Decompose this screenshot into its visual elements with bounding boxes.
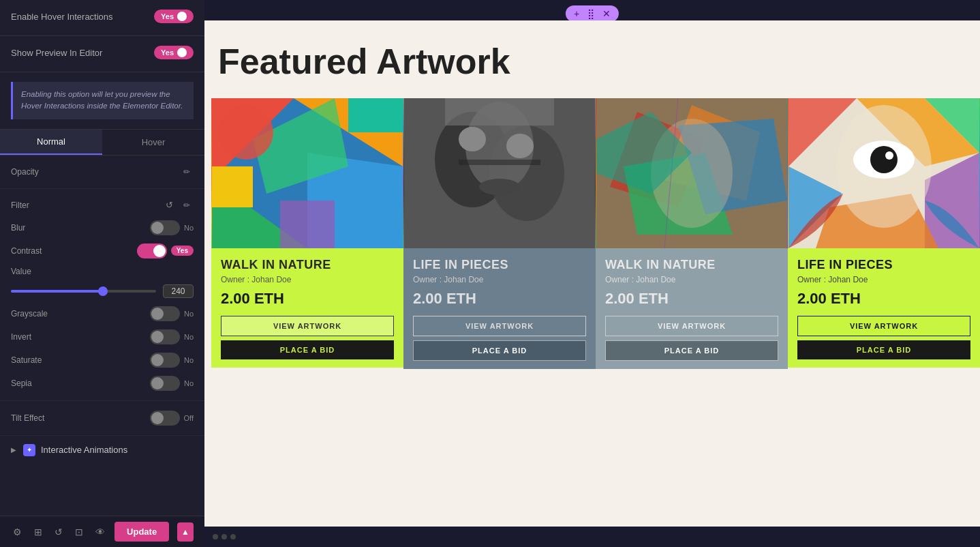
dot-3 [230,534,236,539]
card-price-1: 2.00 ETH [221,290,394,308]
dot-1 [213,534,218,539]
card-owner-3: Owner : Johan Doe [605,275,778,284]
tilt-toggle-container: Off [150,411,194,426]
place-bid-btn-3[interactable]: PLACE A BID [605,340,778,361]
svg-rect-18 [445,98,554,125]
card-image-4 [788,98,980,248]
saturate-row: Saturate No [11,349,194,372]
svg-point-15 [506,134,534,158]
artwork-card-3: WALK IN NATURE Owner : Johan Doe 2.00 ET… [596,98,788,369]
view-artwork-btn-2[interactable]: VIEW ARTWORK [413,316,586,336]
blur-toggle-container: No [150,220,194,235]
card-image-1 [211,98,403,248]
filter-edit-icon[interactable]: ✏ [180,198,194,212]
tab-normal[interactable]: Normal [0,130,102,155]
element-controls: + ⣿ ✕ [566,5,619,22]
contrast-toggle[interactable] [137,243,167,258]
move-element-btn[interactable]: ⣿ [586,8,596,19]
card-title-4: LIFE IN PIECES [797,258,970,272]
sepia-label: Sepia [11,379,32,388]
view-artwork-btn-3[interactable]: VIEW ARTWORK [605,316,778,336]
grayscale-row: Grayscale No [11,302,194,325]
card-body-2: LIFE IN PIECES Owner : Johan Doe 2.00 ET… [403,248,596,369]
contrast-row: Contrast Yes [11,239,194,263]
opacity-section: Opacity ✏ [0,156,204,189]
svg-point-8 [219,105,273,160]
cards-row: WALK IN NATURE Owner : Johan Doe 2.00 ET… [211,98,980,369]
view-artwork-btn-4[interactable]: VIEW ARTWORK [797,316,970,336]
tilt-row: Tilt Effect Off [11,406,194,430]
tilt-label: Tilt Effect [11,413,44,423]
card-art-1 [211,98,403,248]
invert-toggle[interactable] [150,329,180,344]
animations-section[interactable]: ▶ ✦ Interactive Animations [0,436,204,464]
hover-interactions-toggle[interactable]: Yes [154,10,194,23]
info-box: Enabling this option will let you previe… [11,82,194,119]
tab-hover[interactable]: Hover [102,130,204,155]
filter-label: Filter [11,201,29,210]
animations-label: Interactive Animations [41,445,127,455]
blur-value: No [184,224,194,232]
left-panel: Enable Hover Interactions Yes Show Previ… [0,0,204,547]
contrast-label: Contrast [11,246,42,256]
svg-point-36 [870,146,898,173]
place-bid-btn-4[interactable]: PLACE A BID [797,340,970,359]
sepia-row: Sepia No [11,372,194,395]
svg-rect-9 [280,201,335,248]
value-label: Value [11,267,31,276]
close-element-btn[interactable]: ✕ [601,8,612,19]
sepia-toggle-container: No [150,376,194,391]
animations-icon: ✦ [23,444,35,456]
tilt-section: Tilt Effect Off [0,401,204,436]
place-bid-btn-2[interactable]: PLACE A BID [413,340,586,361]
dot-2 [221,534,227,539]
settings-icon[interactable]: ⚙ [11,524,23,540]
hover-interactions-section: Enable Hover Interactions Yes [0,0,204,36]
slider-track[interactable] [11,290,156,293]
show-preview-toggle[interactable]: Yes [154,46,194,59]
history-icon[interactable]: ↺ [52,524,65,540]
show-preview-label: Show Preview In Editor [11,48,102,58]
saturate-toggle[interactable] [150,353,180,368]
grayscale-value: No [184,310,194,318]
blur-label: Blur [11,223,25,233]
card-owner-1: Owner : Johan Doe [221,275,394,284]
responsive-icon[interactable]: ⊡ [73,524,85,540]
contrast-value: Yes [171,246,194,256]
card-body-4: LIFE IN PIECES Owner : Johan Doe 2.00 ET… [788,248,980,368]
update-button[interactable]: Update [114,522,169,542]
view-artwork-btn-1[interactable]: VIEW ARTWORK [221,316,394,336]
layers-icon[interactable]: ⊞ [31,524,44,540]
add-element-btn[interactable]: + [572,8,581,19]
slider-value[interactable]: 240 [163,284,194,298]
place-bid-btn-1[interactable]: PLACE A BID [221,340,394,359]
invert-row: Invert No [11,325,194,349]
saturate-label: Saturate [11,355,42,365]
hover-interactions-row: Enable Hover Interactions Yes [11,10,194,23]
contrast-toggle-container: Yes [137,243,194,258]
svg-rect-16 [459,160,540,165]
saturate-value: No [184,356,194,364]
grayscale-toggle-container: No [150,306,194,321]
tilt-toggle[interactable] [150,411,180,426]
svg-rect-7 [348,98,403,132]
value-row: Value [11,263,194,280]
grayscale-toggle[interactable] [150,306,180,321]
card-art-4 [788,98,980,248]
expand-icon: ▶ [11,446,16,454]
show-preview-row: Show Preview In Editor Yes [11,46,194,59]
update-chevron[interactable]: ▲ [177,522,194,542]
blur-toggle[interactable] [150,220,180,235]
featured-title: Featured Artwork [211,41,980,82]
filter-row: Filter ↺ ✏ [11,194,194,216]
opacity-edit-icon[interactable]: ✏ [180,165,194,179]
slider-thumb[interactable] [98,286,108,296]
info-box-section: Enabling this option will let you previe… [0,72,204,130]
card-body-1: WALK IN NATURE Owner : Johan Doe 2.00 ET… [211,248,403,368]
filter-reset-icon[interactable]: ↺ [162,198,176,212]
artwork-card-1: WALK IN NATURE Owner : Johan Doe 2.00 ET… [211,98,403,369]
sepia-toggle[interactable] [150,376,180,391]
preview-icon[interactable]: 👁 [94,524,106,540]
card-art-2 [403,98,596,248]
invert-toggle-container: No [150,329,194,344]
